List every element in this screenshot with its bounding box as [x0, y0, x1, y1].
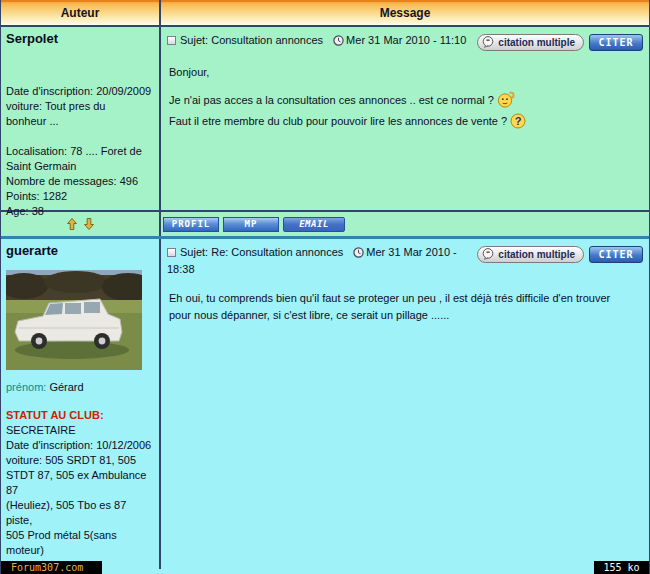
post-icon	[167, 36, 176, 45]
subject-line-1: Sujet: Consultation annoncesMer 31 Mar 2…	[167, 33, 477, 50]
mp-button[interactable]: MP	[223, 217, 279, 232]
message-body-1: Bonjour, Je n'ai pas acces a la consulta…	[167, 51, 643, 134]
subject-line-2: Sujet: Re: Consultation annoncesMer 31 M…	[167, 245, 477, 277]
post-actions-1: “ citation multiple CITER	[477, 33, 643, 51]
message-text: Eh oui, tu comprends bien qu'il faut se …	[169, 290, 635, 324]
svg-text:“: “	[486, 37, 490, 46]
scroll-bottom-arrow-icon[interactable]	[84, 218, 94, 230]
author-cell-1: Serpolet Date d'inscription: 20/09/2009 …	[1, 27, 161, 210]
column-header-message: Message	[161, 0, 649, 25]
message-cell-1: Sujet: Consultation annoncesMer 31 Mar 2…	[161, 27, 649, 210]
post-row-1: Serpolet Date d'inscription: 20/09/2009 …	[1, 27, 649, 212]
prenom-value: Gérard	[46, 381, 83, 393]
clock-icon	[333, 35, 344, 50]
subject-text: Sujet: Consultation annonces	[180, 34, 323, 46]
post-date: Mer 31 Mar 2010 - 11:10	[346, 34, 466, 46]
message-line-1: Je n'ai pas acces a la consultation ces …	[169, 91, 635, 113]
post-row-2: guerarte	[1, 239, 649, 569]
svg-text:“: “	[486, 249, 490, 258]
author-name-serpolet[interactable]: Serpolet	[6, 31, 154, 46]
profile-buttons-1: PROFIL MP EMAIL	[161, 212, 649, 236]
author-cell-2: guerarte	[1, 239, 161, 569]
quote-bubble-icon: “	[482, 248, 495, 262]
citation-multiple-label: citation multiple	[498, 249, 575, 260]
nav-arrows	[1, 212, 161, 236]
message-cell-2: Sujet: Re: Consultation annoncesMer 31 M…	[161, 239, 649, 569]
avatar	[6, 270, 142, 370]
quote-bubble-icon: “	[482, 36, 495, 50]
post-actions-2: “ citation multiple CITER	[477, 245, 643, 263]
avatar-photo-car	[6, 270, 142, 370]
statut-value: SECRETAIRE	[6, 424, 75, 436]
table-header: Auteur Message	[1, 0, 649, 27]
statut-label: STATUT AU CLUB:	[6, 409, 104, 421]
citer-button[interactable]: CITER	[589, 34, 643, 51]
citation-multiple-button[interactable]: “ citation multiple	[477, 246, 584, 263]
svg-text:?: ?	[515, 115, 522, 127]
message-body-2: Eh oui, tu comprends bien qu'il faut se …	[167, 277, 643, 324]
scroll-top-arrow-icon[interactable]	[67, 218, 77, 230]
citer-button[interactable]: CITER	[589, 246, 643, 263]
prenom-label: prénom:	[6, 381, 46, 393]
subject-bar-2: Sujet: Re: Consultation annoncesMer 31 M…	[167, 243, 643, 277]
forum-thread-page: Auteur Message Serpolet Date d'inscripti…	[0, 0, 650, 574]
statut-line: STATUT AU CLUB: SECRETAIRE	[6, 408, 154, 438]
spacer	[169, 81, 635, 91]
author-name-guerarte[interactable]: guerarte	[6, 243, 154, 258]
citation-multiple-label: citation multiple	[498, 37, 575, 48]
page-size-badge: 155 ko	[594, 561, 649, 574]
clock-icon	[353, 247, 364, 262]
subject-bar-1: Sujet: Consultation annoncesMer 31 Mar 2…	[167, 31, 643, 51]
author-profile-2: Date d'inscription: 10/12/2006 voiture: …	[6, 438, 154, 569]
profil-button[interactable]: PROFIL	[163, 217, 219, 232]
scratch-head-smiley-icon	[497, 91, 516, 113]
author-profile-1: Date d'inscription: 20/09/2009 voiture: …	[6, 84, 154, 219]
message-line-2: Faut il etre membre du club pour pouvoir…	[169, 113, 635, 134]
email-button[interactable]: EMAIL	[283, 217, 345, 232]
post-icon	[167, 248, 176, 257]
prenom-line: prénom: Gérard	[6, 380, 154, 395]
post-footer-1: PROFIL MP EMAIL	[1, 212, 649, 239]
message-greeting: Bonjour,	[169, 64, 635, 81]
question-smiley-icon: ?	[510, 113, 526, 134]
subject-text: Sujet: Re: Consultation annonces	[180, 246, 343, 258]
citation-multiple-button[interactable]: “ citation multiple	[477, 34, 584, 51]
column-header-auteur: Auteur	[1, 0, 161, 25]
watermark-forum307: Forum307.com	[1, 561, 102, 574]
